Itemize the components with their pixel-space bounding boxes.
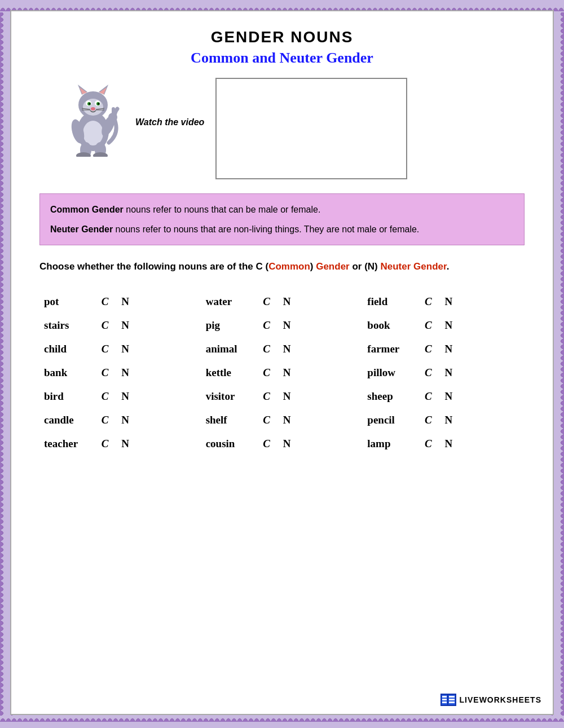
word-teacher: teacher [44,438,95,450]
option-n-shelf[interactable]: N [277,414,297,426]
svg-rect-38 [449,699,455,700]
word-book: book [367,319,418,332]
option-n-book[interactable]: N [438,319,459,332]
page-wrapper: GENDER NOUNS Common and Neuter Gender [0,0,564,728]
word-cell-stairs: stairs C N [39,314,201,337]
word-cell-lamp: lamp C N [363,432,525,456]
word-field: field [367,295,418,308]
word-cousin: cousin [206,438,257,450]
word-kettle: kettle [206,367,257,379]
option-c-animal[interactable]: C [257,343,277,355]
option-c-kettle[interactable]: C [257,367,277,379]
brand-text: LIVEWORKSHEETS [460,695,541,704]
svg-point-17 [91,107,95,111]
common-gender-term: Common Gender [50,205,124,214]
word-cell-visitor: visitor C N [201,385,363,408]
option-c-book[interactable]: C [418,319,438,332]
option-c-pig[interactable]: C [257,319,277,332]
words-grid: pot C N water C N field C N stairs C N p [39,290,525,456]
word-cell-candle: candle C N [39,408,201,432]
option-n-kettle[interactable]: N [277,367,297,379]
lw-logo-icon [440,694,456,706]
option-n-visitor[interactable]: N [277,390,297,403]
option-n-water[interactable]: N [277,295,297,308]
word-cell-field: field C N [363,290,525,314]
option-n-pillow[interactable]: N [438,367,459,379]
option-c-water[interactable]: C [257,295,277,308]
word-stairs: stairs [44,319,95,332]
gender-label: Gender [316,261,350,272]
main-title: GENDER NOUNS [39,28,525,46]
neuter-gender-text: nouns refer to nouns that are non-living… [116,224,420,234]
word-cell-cousin: cousin C N [201,432,363,456]
video-embed-box[interactable] [215,78,407,179]
option-n-stairs[interactable]: N [115,319,135,332]
neuter-gender-term: Neuter Gender [50,224,113,234]
word-shelf: shelf [206,414,257,426]
word-cell-pillow: pillow C N [363,361,525,385]
word-bank: bank [44,367,95,379]
option-c-cousin[interactable]: C [257,438,277,450]
word-cell-water: water C N [201,290,363,314]
option-c-field[interactable]: C [418,295,438,308]
option-c-pillow[interactable]: C [418,367,438,379]
option-c-stairs[interactable]: C [95,319,115,332]
word-pencil: pencil [367,414,418,426]
option-c-visitor[interactable]: C [257,390,277,403]
word-cell-bird: bird C N [39,385,201,408]
word-visitor: visitor [206,390,257,403]
option-n-pencil[interactable]: N [438,414,459,426]
option-c-lamp[interactable]: C [418,438,438,450]
option-n-pig[interactable]: N [277,319,297,332]
instruction-section: Choose whether the following nouns are o… [39,259,525,274]
option-n-teacher[interactable]: N [115,438,135,450]
option-n-bird[interactable]: N [115,390,135,403]
word-cell-bank: bank C N [39,361,201,385]
common-gender-definition: Common Gender nouns refer to nouns that … [50,202,514,217]
svg-rect-35 [442,699,447,700]
page-content: GENDER NOUNS Common and Neuter Gender [10,10,554,715]
option-c-pot[interactable]: C [95,295,115,308]
option-n-pot[interactable]: N [115,295,135,308]
word-candle: candle [44,414,95,426]
definition-box: Common Gender nouns refer to nouns that … [39,193,525,245]
word-farmer: farmer [367,343,418,355]
word-sheep: sheep [367,390,418,403]
option-c-pencil[interactable]: C [418,414,438,426]
option-n-bank[interactable]: N [115,367,135,379]
word-cell-shelf: shelf C N [201,408,363,432]
liveworksheets-brand: LIVEWORKSHEETS [440,694,541,706]
svg-rect-36 [442,701,447,703]
common-gender-text: nouns refer to nouns that can be male or… [126,205,320,214]
option-n-cousin[interactable]: N [277,438,297,450]
option-c-candle[interactable]: C [95,414,115,426]
word-cell-book: book C N [363,314,525,337]
svg-rect-37 [449,696,455,698]
word-cell-sheep: sheep C N [363,385,525,408]
option-n-candle[interactable]: N [115,414,135,426]
option-n-field[interactable]: N [438,295,459,308]
option-c-farmer[interactable]: C [418,343,438,355]
option-c-shelf[interactable]: C [257,414,277,426]
word-cell-pot: pot C N [39,290,201,314]
option-c-bank[interactable]: C [95,367,115,379]
option-n-farmer[interactable]: N [438,343,459,355]
svg-rect-1 [0,716,564,728]
option-c-child[interactable]: C [95,343,115,355]
word-pig: pig [206,319,257,332]
word-child: child [44,343,95,355]
word-cell-pig: pig C N [201,314,363,337]
word-cell-pencil: pencil C N [363,408,525,432]
option-n-sheep[interactable]: N [438,390,459,403]
option-n-child[interactable]: N [115,343,135,355]
svg-rect-34 [442,696,447,698]
option-n-lamp[interactable]: N [438,438,459,450]
svg-point-22 [83,121,103,145]
word-lamp: lamp [367,438,418,450]
option-c-teacher[interactable]: C [95,438,115,450]
character-image [62,78,124,151]
option-c-sheep[interactable]: C [418,390,438,403]
option-c-bird[interactable]: C [95,390,115,403]
option-n-animal[interactable]: N [277,343,297,355]
word-bird: bird [44,390,95,403]
